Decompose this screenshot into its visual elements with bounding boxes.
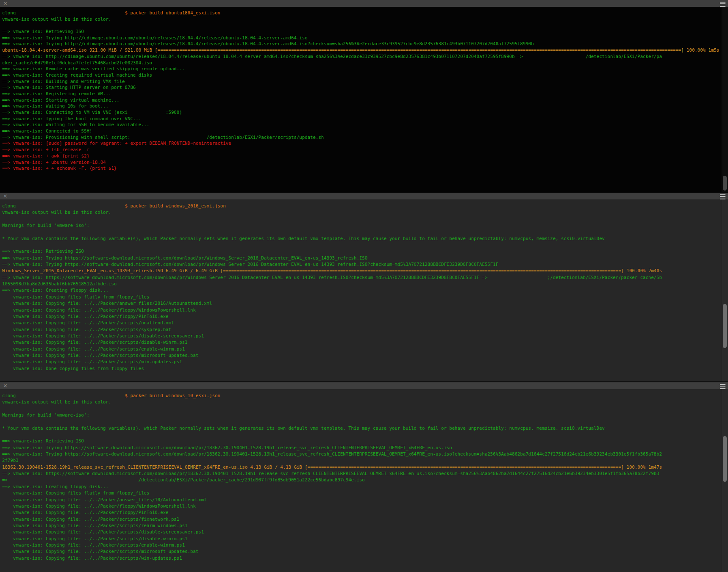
terminal-line: vmware-iso: Copying files flatly from fl… bbox=[2, 490, 721, 496]
terminal-line: ==> vmware-iso: Trying https://software-… bbox=[2, 261, 721, 268]
terminal-line: clong $ packer build ubuntu1804_esxi.jso… bbox=[2, 10, 721, 17]
terminal-line: vmware-iso: Copying file: ../../Packer/s… bbox=[2, 333, 721, 339]
terminal-output-windows10[interactable]: clong $ packer build windows_10_esxi.jso… bbox=[0, 389, 728, 572]
terminal-line: ==> vmware-iso: Waiting for SSH to becom… bbox=[2, 122, 721, 128]
terminal-line: vmware-iso output will be in this color. bbox=[2, 209, 721, 216]
terminal-line bbox=[2, 216, 721, 222]
terminal-line: ==> vmware-iso: + + echoawk -F. {print $… bbox=[2, 166, 721, 172]
terminal-line: vmware-iso: Copying file: ../../Packer/f… bbox=[2, 503, 721, 509]
terminal-line: 2f79b3 bbox=[2, 457, 721, 464]
terminal-line: vmware-iso: Copying file: ../../Packer/f… bbox=[2, 307, 721, 313]
terminal-output-ubuntu1804[interactable]: clong $ packer build ubuntu1804_esxi.jso… bbox=[0, 7, 728, 192]
terminal-line: ==> vmware-iso: Starting HTTP server on … bbox=[2, 85, 721, 91]
scrollbar-thumb[interactable] bbox=[723, 304, 727, 348]
terminal-line: vmware-iso: Copying file: ../../Packer/s… bbox=[2, 326, 721, 333]
terminal-line: vmware-iso: Copying file: ../../Packer/s… bbox=[2, 542, 721, 548]
terminal-line: ==> vmware-iso: Retrieving ISO bbox=[2, 248, 721, 254]
terminal-line: ==> vmware-iso: Starting virtual machine… bbox=[2, 97, 721, 104]
terminal-line: Windows_Server_2016_Datacenter_EVAL_en-u… bbox=[2, 268, 721, 274]
terminal-line: ubuntu-18.04.4-server-amd64.iso 921.00 M… bbox=[2, 47, 721, 54]
terminal-line: vmware-iso: Copying file: ../../Packer/s… bbox=[2, 352, 721, 359]
terminal-line: vmware-iso: Copying file: ../../Packer/s… bbox=[2, 548, 721, 555]
terminal-output-windows2016[interactable]: clong $ packer build windows_2016_esxi.j… bbox=[0, 199, 728, 381]
terminal-line: vmware-iso output will be in this color. bbox=[2, 17, 721, 23]
terminal-line: => /detectionlab/ESXi/Packer/packer_cach… bbox=[2, 477, 721, 483]
terminal-line: ==> vmware-iso: Trying http://cdimage.ub… bbox=[2, 41, 721, 47]
terminal-line bbox=[2, 431, 721, 438]
terminal-line: ==> vmware-iso: Trying http://cdimage.ub… bbox=[2, 35, 721, 41]
terminal-line: ==> vmware-iso: Building and writing VMX… bbox=[2, 79, 721, 85]
terminal-line: ==> vmware-iso: https://software-downloa… bbox=[2, 470, 721, 477]
terminal-line: clong $ packer build windows_2016_esxi.j… bbox=[2, 203, 721, 209]
pane-titlebar: × bbox=[0, 193, 728, 199]
terminal-line: ==> vmware-iso: http://cdimage.ubuntu.co… bbox=[2, 54, 721, 60]
scrollbar-track[interactable] bbox=[722, 199, 728, 381]
scrollbar-thumb[interactable] bbox=[723, 176, 727, 191]
terminal-lines: clong $ packer build windows_2016_esxi.j… bbox=[2, 203, 721, 372]
terminal-line: Warnings for build 'vmware-iso': bbox=[2, 412, 721, 418]
terminal-line: ==> vmware-iso: Retrieving ISO bbox=[2, 438, 721, 444]
terminal-line: vmware-iso: Copying file: ../../Packer/a… bbox=[2, 497, 721, 503]
terminal-line: vmware-iso: Copying file: ../../Packer/f… bbox=[2, 313, 721, 320]
terminal-line: Warnings for build 'vmware-iso': bbox=[2, 222, 721, 229]
terminal-line: ==> vmware-iso: Trying https://software-… bbox=[2, 451, 721, 457]
scrollbar-track[interactable] bbox=[722, 389, 728, 572]
close-icon[interactable]: × bbox=[3, 382, 8, 389]
menu-icon[interactable] bbox=[720, 194, 725, 199]
terminal-line: ==> vmware-iso: Trying https://software-… bbox=[2, 445, 721, 451]
terminal-line bbox=[2, 22, 721, 29]
terminal-line: ==> vmware-iso: Connecting to VM via VNC… bbox=[2, 110, 721, 116]
terminal-line: vmware-iso: Copying file: ../../Packer/s… bbox=[2, 529, 721, 535]
terminal-line: vmware-iso: Copying file: ../../Packer/s… bbox=[2, 346, 721, 352]
terminal-line: ==> vmware-iso: Provisioning with shell … bbox=[2, 135, 721, 141]
terminal-line: ==> vmware-iso: Creating floppy disk... bbox=[2, 287, 721, 293]
scrollbar-thumb[interactable] bbox=[723, 436, 727, 482]
terminal-line: ==> vmware-iso: + awk {print $2} bbox=[2, 153, 721, 160]
terminal-line: vmware-iso output will be in this color. bbox=[2, 399, 721, 405]
terminal-line: vmware-iso: Copying file: ../../Packer/s… bbox=[2, 522, 721, 529]
terminal-line: vmware-iso: Copying file: ../../Packer/s… bbox=[2, 339, 721, 345]
scrollbar-track[interactable] bbox=[722, 7, 728, 192]
terminal-line: ==> vmware-iso: + ubuntu_version=18.04 bbox=[2, 160, 721, 166]
menu-icon[interactable] bbox=[720, 2, 725, 7]
terminal-line: vmware-iso: Copying files flatly from fl… bbox=[2, 294, 721, 300]
terminal-line: clong $ packer build windows_10_esxi.jso… bbox=[2, 392, 721, 399]
terminal-line: ==> vmware-iso: Creating floppy disk... bbox=[2, 484, 721, 490]
terminal-line: ==> vmware-iso: Remote cache was verifie… bbox=[2, 66, 721, 72]
terminal-line bbox=[2, 242, 721, 248]
terminal-line: vmware-iso: Copying file: ../../Packer/s… bbox=[2, 536, 721, 542]
terminal-line: cker_cache/e6d790e1cf0dcbca7fefef75468ac… bbox=[2, 60, 721, 66]
pane-titlebar: × bbox=[0, 382, 728, 389]
terminal-line: ==> vmware-iso: Connected to SSH! bbox=[2, 128, 721, 135]
close-icon[interactable]: × bbox=[3, 0, 8, 7]
terminal-line: ==> vmware-iso: Waiting 10s for boot... bbox=[2, 103, 721, 110]
terminal-line: ==> vmware-iso: Registering remote VM... bbox=[2, 91, 721, 97]
terminal-line bbox=[2, 229, 721, 235]
terminal-line: ==> vmware-iso: https://software-downloa… bbox=[2, 274, 721, 281]
terminal-line: vmware-iso: Copying file: ../../Packer/s… bbox=[2, 359, 721, 365]
terminal-line: * Your vmx data contains the following v… bbox=[2, 425, 721, 431]
menu-icon[interactable] bbox=[720, 384, 725, 389]
terminal-lines: clong $ packer build windows_10_esxi.jso… bbox=[2, 392, 721, 561]
terminal-pane-windows10: × clong $ packer build windows_10_esxi.j… bbox=[0, 382, 728, 572]
terminal-line: vmware-iso: Copying file: ../../Packer/s… bbox=[2, 516, 721, 522]
terminal-line: 1055098d7ba8d2d635babf6bb76518512afbde.i… bbox=[2, 281, 721, 287]
close-icon[interactable]: × bbox=[3, 193, 8, 199]
terminal-line: vmware-iso: Copying file: ../../Packer/a… bbox=[2, 300, 721, 307]
terminal-line: ==> vmware-iso: + lsb_release -r bbox=[2, 147, 721, 153]
terminal-pane-windows2016: × clong $ packer build windows_2016_esxi… bbox=[0, 193, 728, 381]
terminal-pane-ubuntu1804: × clong $ packer build ubuntu1804_esxi.j… bbox=[0, 0, 728, 192]
terminal-line: vmware-iso: Copying file: ../../Packer/s… bbox=[2, 320, 721, 326]
terminal-multiplexer-screen: × clong $ packer build ubuntu1804_esxi.j… bbox=[0, 0, 728, 572]
terminal-line: ==> vmware-iso: Trying https://software-… bbox=[2, 255, 721, 261]
terminal-line: ==> vmware-iso: Typing the boot command … bbox=[2, 116, 721, 122]
terminal-line: 18362.30.190401-1528.19h1_release_svc_re… bbox=[2, 464, 721, 470]
terminal-line: * Your vmx data contains the following v… bbox=[2, 235, 721, 242]
terminal-line: ==> vmware-iso: Retrieving ISO bbox=[2, 29, 721, 35]
terminal-line: vmware-iso: Done copying files from flop… bbox=[2, 365, 721, 372]
terminal-line: ==> vmware-iso: [sudo] password for vagr… bbox=[2, 141, 721, 147]
pane-titlebar: × bbox=[0, 0, 728, 7]
terminal-line bbox=[2, 406, 721, 412]
terminal-line: ==> vmware-iso: Creating required virtua… bbox=[2, 72, 721, 79]
terminal-line: vmware-iso: Copying file: ../../Packer/f… bbox=[2, 509, 721, 516]
